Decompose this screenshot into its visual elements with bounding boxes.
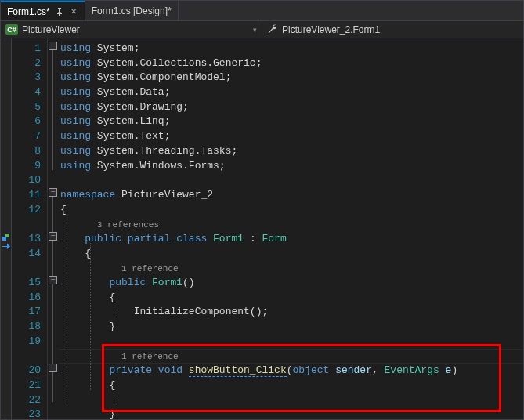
line-number: 18 bbox=[12, 320, 41, 335]
fold-toggle-ctor[interactable]: − bbox=[49, 276, 57, 284]
using-line: using System.Collections.Generic; bbox=[60, 56, 523, 71]
tab-form1-design[interactable]: Form1.cs [Design]* bbox=[85, 1, 179, 20]
codelens-class[interactable]: 3 references bbox=[97, 218, 159, 233]
wrench-icon bbox=[267, 24, 278, 36]
line-number: 21 bbox=[12, 378, 41, 393]
codelens-handler[interactable]: 1 reference bbox=[121, 349, 179, 364]
nav-scope-label: PictureViewer_2.Form1 bbox=[282, 24, 380, 35]
line-number: 9 bbox=[12, 159, 41, 174]
line-number: 11 bbox=[12, 188, 41, 203]
arrow-indicator-icon bbox=[2, 243, 10, 250]
line-number bbox=[12, 261, 41, 276]
line-number: 16 bbox=[12, 291, 41, 306]
code-editor[interactable]: 1234567891011121314151617181920212223242… bbox=[1, 38, 523, 419]
line-number: 19 bbox=[12, 335, 41, 349]
codelens-ctor[interactable]: 1 reference bbox=[121, 262, 179, 277]
base-class: Form bbox=[262, 233, 287, 244]
line-number: 2 bbox=[12, 56, 41, 71]
tab-label: Form1.cs* bbox=[7, 6, 50, 17]
document-tabs: Form1.cs* ✕ Form1.cs [Design]* bbox=[1, 1, 523, 21]
fold-toggle-handler[interactable]: − bbox=[49, 364, 57, 372]
code-content[interactable]: using System;using System.Collections.Ge… bbox=[59, 38, 523, 419]
chevron-down-icon: ▾ bbox=[253, 26, 257, 34]
using-line: using System.ComponentModel; bbox=[60, 71, 523, 85]
using-line: using System; bbox=[60, 42, 523, 56]
line-number: 17 bbox=[12, 305, 41, 320]
using-line: using System.Windows.Forms; bbox=[60, 159, 523, 174]
fold-toggle-usings[interactable]: − bbox=[49, 42, 57, 50]
svg-rect-1 bbox=[5, 234, 9, 237]
indicator-margin bbox=[1, 38, 12, 419]
class-name: Form1 bbox=[213, 233, 244, 244]
line-number: 12 bbox=[12, 203, 41, 218]
using-line: using System.Linq; bbox=[60, 114, 523, 129]
line-number: 6 bbox=[12, 114, 41, 129]
line-number: 8 bbox=[12, 144, 41, 159]
pin-icon[interactable] bbox=[55, 7, 64, 16]
navigation-bar: C# PictureViewer ▾ PictureViewer_2.Form1 bbox=[1, 21, 523, 38]
tab-form1-cs[interactable]: Form1.cs* ✕ bbox=[1, 1, 85, 20]
keyword-namespace: namespace bbox=[60, 189, 115, 201]
line-number bbox=[12, 217, 41, 232]
csharp-icon: C# bbox=[5, 24, 18, 35]
using-line: using System.Text; bbox=[60, 129, 523, 144]
interface-indicator-icon bbox=[2, 233, 10, 241]
fold-toggle-namespace[interactable]: − bbox=[49, 188, 57, 197]
line-number: 7 bbox=[12, 129, 41, 144]
close-icon[interactable]: ✕ bbox=[69, 7, 78, 16]
line-number: 10 bbox=[12, 173, 41, 188]
line-number: 22 bbox=[12, 393, 41, 408]
using-line: using System.Drawing; bbox=[60, 100, 523, 115]
param-type-object: object bbox=[293, 364, 330, 376]
param-sender: sender bbox=[335, 364, 372, 376]
using-line: using System.Data; bbox=[60, 85, 523, 100]
line-number: 14 bbox=[12, 247, 41, 262]
line-number-gutter: 1234567891011121314151617181920212223242… bbox=[12, 38, 48, 419]
ctor-name: Form1 bbox=[152, 277, 182, 288]
line-number: 20 bbox=[12, 364, 41, 378]
keyword-private-void: private void bbox=[109, 364, 182, 376]
param-type-eventargs: EventArgs bbox=[385, 364, 439, 376]
brace-open: { bbox=[60, 204, 67, 215]
nav-project-label: PictureViewer bbox=[22, 24, 80, 35]
tab-label: Form1.cs [Design]* bbox=[92, 5, 172, 16]
line-number: 13 bbox=[12, 232, 41, 247]
line-number bbox=[12, 349, 41, 364]
nav-scope-dropdown[interactable]: PictureViewer_2.Form1 bbox=[262, 21, 523, 38]
ctor-body: InitializeComponent(); bbox=[134, 306, 269, 317]
method-name: showButton_Click bbox=[189, 364, 287, 377]
line-number: 5 bbox=[12, 100, 41, 115]
namespace-name: PictureViewer_2 bbox=[121, 189, 213, 201]
line-number: 15 bbox=[12, 276, 41, 291]
line-number: 1 bbox=[12, 42, 41, 56]
line-number: 23 bbox=[12, 407, 41, 420]
using-line: using System.Threading.Tasks; bbox=[60, 144, 523, 159]
keyword-public: public bbox=[109, 277, 146, 288]
outlining-margin: − − − − − bbox=[48, 38, 59, 419]
keyword-class-mods: public partial class bbox=[85, 233, 207, 244]
line-number: 3 bbox=[12, 71, 41, 85]
fold-toggle-class[interactable]: − bbox=[49, 232, 57, 241]
nav-project-dropdown[interactable]: C# PictureViewer ▾ bbox=[1, 21, 262, 38]
line-number: 4 bbox=[12, 85, 41, 100]
